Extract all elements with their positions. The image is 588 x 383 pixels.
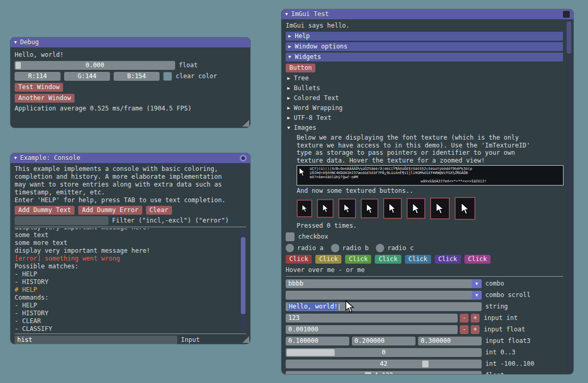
tree-node-word-wrapping[interactable]: ▶ Word Wrapping bbox=[286, 104, 563, 112]
tree-node-tree[interactable]: ▶ Tree bbox=[286, 75, 563, 82]
combo-scroll-select[interactable]: ▼ bbox=[286, 291, 482, 300]
button-widget[interactable]: Button bbox=[286, 64, 315, 72]
click-button-7[interactable]: Click bbox=[464, 255, 491, 264]
float-slider-2[interactable]: 4.132 bbox=[286, 371, 482, 374]
mouse-cursor-icon bbox=[435, 202, 445, 215]
tree-label: Tree bbox=[293, 75, 309, 82]
test-titlebar[interactable]: ▼ ImGui Test bbox=[281, 9, 573, 19]
console-help-text: Enter 'HELP' for help, press TAB to use … bbox=[15, 196, 246, 204]
image-button-5[interactable] bbox=[383, 198, 402, 219]
hover-text[interactable]: Hover over me - or me bbox=[286, 266, 563, 274]
combo-label: combo bbox=[485, 280, 504, 288]
tree-node-utf8-text[interactable]: ▶ UTF-8 Text bbox=[286, 114, 563, 122]
scrollbar-grab[interactable] bbox=[567, 21, 571, 54]
test-window-button[interactable]: Test Window bbox=[15, 83, 63, 92]
image-button-6[interactable] bbox=[407, 198, 425, 219]
log-line: some more text bbox=[15, 239, 238, 247]
add-dummy-text-button[interactable]: Add Dummy Text bbox=[15, 206, 75, 215]
chevron-right-icon: ▶ bbox=[287, 96, 290, 101]
chevron-right-icon: ▶ bbox=[287, 86, 290, 91]
input-int-field[interactable]: 123 bbox=[286, 314, 458, 323]
float-slider[interactable]: 0.000 bbox=[15, 61, 175, 70]
combo-row: bbbb ▼ combo bbox=[286, 279, 563, 288]
input-float-label: input float bbox=[484, 326, 525, 333]
chevron-down-icon: ▼ bbox=[475, 291, 478, 299]
window-scrollbar[interactable] bbox=[566, 20, 572, 373]
another-window-button[interactable]: Another Window bbox=[15, 94, 75, 103]
click-button-3[interactable]: Click bbox=[345, 255, 371, 264]
int-slider-2[interactable]: 42 bbox=[286, 360, 482, 368]
console-window: ▼ Example: Console This example implemen… bbox=[10, 153, 250, 344]
clear-button[interactable]: Clear bbox=[146, 206, 172, 215]
drag-green[interactable]: G:144 bbox=[64, 72, 110, 81]
resize-grip[interactable] bbox=[242, 336, 249, 343]
combo-arrow-button[interactable]: ▼ bbox=[472, 291, 482, 300]
header-window-options[interactable]: ▶ Window options bbox=[286, 42, 563, 51]
radio-c[interactable] bbox=[376, 244, 384, 252]
radio-b[interactable] bbox=[331, 244, 339, 252]
add-dummy-error-button[interactable]: Add Dummy Error bbox=[78, 206, 142, 215]
click-button-2[interactable]: Click bbox=[315, 255, 341, 264]
combo-scroll-row: ▼ combo scroll bbox=[286, 291, 563, 300]
close-icon[interactable] bbox=[240, 155, 247, 162]
int-slider[interactable]: 0 bbox=[286, 348, 482, 357]
image-button-4[interactable] bbox=[361, 199, 378, 218]
increment-button[interactable]: + bbox=[471, 325, 480, 334]
combo-select[interactable]: bbbb ▼ bbox=[286, 279, 482, 288]
log-line: Possible matches: bbox=[15, 263, 238, 270]
debug-window: ▼ Debug Hello, world! 0.000 float R:114 … bbox=[10, 38, 250, 128]
increment-button[interactable]: + bbox=[471, 314, 480, 323]
font-texture-image[interactable]: úÇf}(ü)()|X√BѵOoóÀÂÄÄÖ¼½ûÛ25ãéé/å|èbïïŸ¶… bbox=[297, 165, 564, 186]
input-float3-x[interactable]: 0.100000 bbox=[286, 337, 349, 345]
tree-node-bullets[interactable]: ▶ Bullets bbox=[286, 84, 563, 92]
click-button-6[interactable]: Click bbox=[435, 255, 461, 264]
click-button-1[interactable]: Click bbox=[286, 255, 312, 264]
image-button-1[interactable] bbox=[297, 200, 312, 217]
console-titlebar[interactable]: ▼ Example: Console bbox=[10, 153, 250, 163]
log-line: - HISTORY bbox=[15, 278, 238, 286]
chevron-right-icon: ▶ bbox=[288, 44, 291, 49]
test-window-row: Test Window bbox=[15, 83, 246, 92]
slider-int-label: int 0..3 bbox=[485, 349, 516, 356]
scrollbar-grab[interactable] bbox=[241, 237, 246, 314]
mouse-cursor-icon bbox=[322, 204, 329, 213]
checkbox[interactable] bbox=[286, 232, 295, 241]
tree-node-colored-text[interactable]: ▶ Colored Text bbox=[286, 94, 563, 102]
tree-node-images[interactable]: ▼ Images bbox=[286, 124, 563, 132]
click-button-4[interactable]: Click bbox=[375, 255, 401, 264]
decrement-button[interactable]: - bbox=[460, 325, 469, 334]
decrement-button[interactable]: - bbox=[460, 314, 469, 323]
combo-arrow-button[interactable]: ▼ bbox=[472, 279, 482, 288]
clear-color-swatch[interactable] bbox=[163, 72, 172, 81]
log-scrollbar[interactable] bbox=[240, 228, 246, 332]
console-input[interactable]: hist bbox=[15, 336, 177, 344]
text-caret bbox=[339, 304, 339, 310]
string-input-field[interactable]: Hello, world! bbox=[286, 302, 482, 311]
input-float-value: 0.001000 bbox=[288, 326, 318, 333]
input-float3-z[interactable]: 0.300000 bbox=[418, 337, 482, 345]
radio-a[interactable] bbox=[286, 244, 294, 252]
debug-body: Hello, world! 0.000 float R:114 G:144 B:… bbox=[10, 47, 250, 116]
header-help[interactable]: ▶ Help bbox=[286, 32, 563, 41]
input-float3-y[interactable]: 0.200000 bbox=[352, 337, 415, 345]
input-float-field[interactable]: 0.001000 bbox=[286, 325, 458, 334]
resize-grip[interactable] bbox=[242, 120, 249, 127]
header-widgets[interactable]: ▼ Widgets bbox=[286, 53, 563, 61]
image-button-3[interactable] bbox=[338, 199, 356, 218]
image-button-2[interactable] bbox=[317, 199, 334, 218]
filter-input[interactable] bbox=[15, 216, 108, 225]
collapse-icon[interactable]: ▼ bbox=[285, 12, 288, 17]
mouse-cursor-icon bbox=[344, 203, 351, 214]
collapse-icon[interactable]: ▼ bbox=[14, 156, 17, 160]
drag-red[interactable]: R:114 bbox=[15, 72, 60, 81]
image-button-8[interactable] bbox=[455, 197, 475, 220]
texture-glyph-row: úÇf}(ü)()|X√BѵOoóÀÂÄÄÖ¼½ûÛ25ãéé/å|èbïïŸ¶… bbox=[298, 167, 563, 171]
debug-titlebar[interactable]: ▼ Debug bbox=[10, 38, 250, 47]
image-button-7[interactable] bbox=[430, 197, 450, 219]
collapse-icon[interactable]: ▼ bbox=[14, 40, 17, 45]
click-button-5[interactable]: Click bbox=[405, 255, 431, 264]
drag-blue[interactable]: B:154 bbox=[114, 72, 160, 81]
float-slider-row: 0.000 float bbox=[15, 61, 246, 70]
console-log-region[interactable]: display very important message here! som… bbox=[15, 228, 246, 332]
window-title: Example: Console bbox=[20, 154, 80, 162]
